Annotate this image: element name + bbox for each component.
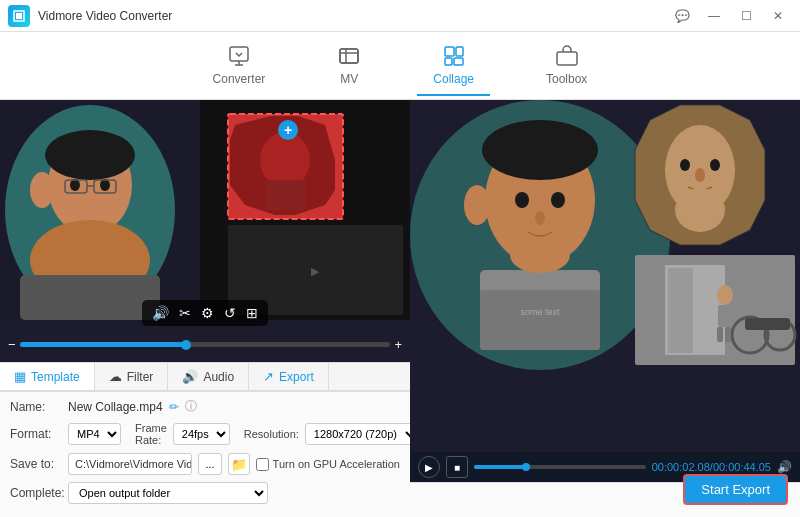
minimize-btn[interactable]: — (700, 5, 728, 27)
right-panel: some text (410, 100, 800, 517)
time-display: 00:00:02.08/00:00:44.05 (652, 461, 771, 473)
svg-point-48 (680, 159, 690, 171)
template-icon: ▦ (14, 369, 26, 384)
vol-minus[interactable]: − (8, 337, 16, 352)
svg-point-17 (100, 179, 110, 191)
edit-name-icon[interactable]: ✏ (169, 400, 179, 414)
svg-point-36 (464, 185, 490, 225)
saveto-row: Save to: C:\Vidmore\Vidmore Video...nver… (10, 453, 400, 475)
layout-icon[interactable]: ⊞ (246, 305, 258, 321)
start-export-btn[interactable]: Start Export (683, 474, 788, 505)
export-icon: ↗ (263, 369, 274, 384)
svg-rect-59 (745, 318, 790, 330)
svg-rect-63 (725, 327, 731, 342)
main-area: + ▶ 🔊 ✂ ⚙ ↺ ⊞ − + (0, 100, 800, 517)
gpu-checkbox[interactable] (256, 458, 269, 471)
svg-point-50 (695, 168, 705, 182)
open-folder-btn[interactable]: 📁 (228, 453, 250, 475)
tab-toolbox[interactable]: Toolbox (530, 36, 603, 96)
mute-icon[interactable]: 🔊 (152, 305, 169, 321)
svg-point-16 (70, 179, 80, 191)
message-btn[interactable]: 💬 (668, 5, 696, 27)
left-preview-svg: + ▶ (0, 100, 410, 320)
stop-btn[interactable]: ■ (446, 456, 468, 478)
browse-btn[interactable]: ... (198, 453, 221, 475)
svg-point-15 (45, 130, 135, 180)
svg-rect-6 (456, 47, 463, 56)
left-progress-area: − + (8, 337, 402, 352)
complete-row: Complete: Open output folder (10, 482, 400, 504)
app-logo (8, 5, 30, 27)
filter-icon: ☁ (109, 369, 122, 384)
svg-rect-5 (445, 47, 454, 56)
export-bar: Start Export (410, 482, 800, 517)
audio-icon: 🔊 (182, 369, 198, 384)
svg-point-43 (535, 211, 545, 225)
format-select[interactable]: MP4 (68, 423, 121, 445)
tab-converter[interactable]: Converter (197, 36, 282, 96)
info-icon[interactable]: ⓘ (185, 398, 197, 415)
cut-icon[interactable]: ⚙ (201, 305, 214, 321)
svg-point-41 (515, 192, 529, 208)
svg-text:▶: ▶ (311, 265, 320, 277)
crop-icon[interactable]: ✂ (179, 305, 191, 321)
svg-point-49 (710, 159, 720, 171)
settings-panel: Name: New Collage.mp4 ✏ ⓘ Format: MP4 Fr… (0, 391, 410, 517)
tab-collage[interactable]: Collage (417, 36, 490, 96)
path-display: C:\Vidmore\Vidmore Video...nverter\Colla… (68, 453, 192, 475)
framerate-select[interactable]: 24fps (173, 423, 230, 445)
maximize-btn[interactable]: ☐ (732, 5, 760, 27)
svg-rect-3 (340, 49, 358, 63)
right-preview: some text (410, 100, 800, 452)
nav-bar: Converter MV Collage Toolbox (0, 32, 800, 100)
svg-rect-55 (668, 268, 693, 353)
svg-point-37 (482, 120, 598, 180)
svg-point-60 (717, 285, 733, 305)
right-preview-svg: some text (410, 100, 800, 370)
tab-audio[interactable]: 🔊 Audio (168, 363, 249, 390)
svg-rect-62 (717, 327, 723, 342)
volume-icon[interactable]: 🔊 (777, 460, 792, 474)
svg-text:some text: some text (520, 307, 560, 317)
tab-template[interactable]: ▦ Template (0, 363, 95, 390)
tab-mv[interactable]: MV (321, 36, 377, 96)
svg-rect-4 (340, 49, 358, 63)
format-row: Format: MP4 Frame Rate: 24fps Resolution… (10, 422, 400, 446)
rotate-icon[interactable]: ↺ (224, 305, 236, 321)
svg-point-42 (551, 192, 565, 208)
svg-rect-7 (445, 58, 452, 65)
svg-marker-1 (16, 13, 22, 19)
svg-rect-21 (20, 275, 160, 320)
svg-rect-27 (265, 180, 305, 210)
svg-text:+: + (284, 122, 292, 138)
title-bar: Vidmore Video Converter 💬 — ☐ ✕ (0, 0, 800, 32)
svg-rect-61 (718, 305, 732, 327)
vol-plus[interactable]: + (394, 337, 402, 352)
svg-rect-2 (230, 47, 248, 61)
tab-filter[interactable]: ☁ Filter (95, 363, 169, 390)
svg-point-26 (260, 132, 310, 188)
time-progress-bar[interactable] (474, 465, 646, 469)
left-panel: + ▶ 🔊 ✂ ⚙ ↺ ⊞ − + (0, 100, 410, 517)
window-controls: 💬 — ☐ ✕ (668, 5, 792, 27)
resolution-select[interactable]: 1280x720 (720p) (305, 423, 419, 445)
play-btn[interactable]: ▶ (418, 456, 440, 478)
panel-tabs: ▦ Template ☁ Filter 🔊 Audio ↗ Export (0, 362, 410, 391)
progress-track[interactable] (20, 342, 391, 347)
svg-point-44 (510, 237, 570, 273)
svg-rect-39 (480, 290, 600, 350)
app-title: Vidmore Video Converter (38, 9, 668, 23)
svg-point-14 (30, 172, 54, 208)
svg-rect-8 (454, 58, 463, 65)
video-edit-controls: 🔊 ✂ ⚙ ↺ ⊞ (142, 300, 268, 326)
svg-rect-9 (557, 52, 577, 65)
complete-select[interactable]: Open output folder (68, 482, 268, 504)
name-row: Name: New Collage.mp4 ✏ ⓘ (10, 398, 400, 415)
tab-export[interactable]: ↗ Export (249, 363, 329, 390)
gpu-checkbox-wrap: Turn on GPU Acceleration (256, 458, 400, 471)
svg-point-51 (675, 188, 725, 232)
close-btn[interactable]: ✕ (764, 5, 792, 27)
